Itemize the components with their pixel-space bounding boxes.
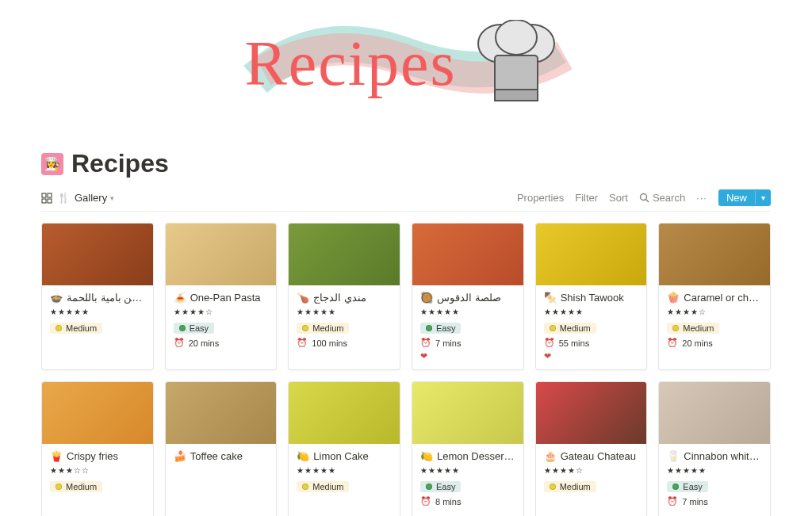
- search-icon: [639, 193, 649, 203]
- difficulty-badge: Medium: [544, 481, 596, 492]
- properties-button[interactable]: Properties: [517, 192, 564, 204]
- recipe-emoji-icon: 🍟: [50, 450, 63, 462]
- recipe-title: Shish Tawook: [561, 292, 624, 304]
- time-row: ⏰55 mins: [544, 338, 639, 348]
- difficulty-badge: Medium: [297, 481, 349, 492]
- recipe-thumbnail: [289, 382, 400, 444]
- recipe-title: One-Pan Pasta: [190, 292, 261, 304]
- recipe-emoji-icon: 🍢: [544, 292, 557, 304]
- time-value: 55 mins: [559, 338, 590, 348]
- time-row: ⏰20 mins: [174, 338, 269, 348]
- favorite-heart-icon: ❤: [544, 351, 639, 361]
- card-body: 🥘صلصة الدقوس★★★★★Easy⏰7 mins❤: [412, 285, 523, 369]
- recipe-title: مندي الدجاج: [313, 292, 366, 304]
- recipe-card[interactable]: 🍲طاجن بامية باللحمة★★★★★Medium: [41, 223, 154, 370]
- view-emoji-icon: 🍴: [57, 192, 70, 204]
- recipe-card[interactable]: 🍢Shish Tawook★★★★★Medium⏰55 mins❤: [535, 223, 648, 370]
- difficulty-badge: Medium: [50, 323, 102, 334]
- difficulty-label: Medium: [560, 323, 591, 333]
- svg-rect-5: [42, 193, 46, 197]
- clock-icon: ⏰: [544, 338, 555, 348]
- recipe-card[interactable]: 🍋Lemon Dessert Sauce★★★★★Easy⏰8 mins: [412, 381, 524, 516]
- page-icon[interactable]: 👩‍🍳: [41, 153, 63, 175]
- difficulty-label: Medium: [683, 323, 714, 333]
- recipe-thumbnail: [412, 224, 523, 285]
- recipe-title: صلصة الدقوس: [437, 292, 501, 304]
- recipe-emoji-icon: 🍲: [50, 292, 63, 304]
- hero-title: Recipes: [244, 28, 456, 100]
- clock-icon: ⏰: [667, 496, 678, 506]
- svg-rect-8: [48, 199, 52, 203]
- difficulty-label: Medium: [560, 482, 591, 491]
- difficulty-label: Medium: [312, 323, 343, 333]
- more-button[interactable]: ···: [696, 192, 707, 204]
- gallery-layout-icon: [41, 193, 52, 204]
- recipe-thumbnail: [536, 382, 647, 444]
- rating-stars: ★★★★☆: [174, 308, 269, 316]
- card-body: 🍢Shish Tawook★★★★★Medium⏰55 mins❤: [536, 285, 647, 369]
- difficulty-dot-icon: [672, 325, 679, 331]
- rating-stars: ★★★★★: [297, 308, 392, 316]
- recipe-card[interactable]: 🍰Toffee cake: [165, 381, 278, 516]
- recipe-thumbnail: [42, 382, 153, 444]
- time-row: ⏰20 mins: [667, 338, 762, 348]
- recipe-card[interactable]: 🍗مندي الدجاج★★★★★Medium⏰100 mins: [288, 223, 400, 370]
- new-button-main[interactable]: New: [718, 189, 755, 206]
- recipe-emoji-icon: 🍋: [297, 450, 309, 462]
- view-selector[interactable]: Gallery ▾: [75, 192, 114, 204]
- svg-line-10: [645, 200, 649, 203]
- difficulty-badge: Medium: [50, 481, 102, 492]
- time-value: 100 mins: [312, 338, 347, 348]
- recipe-emoji-icon: 🥛: [667, 450, 680, 462]
- difficulty-badge: Medium: [297, 323, 349, 334]
- recipe-card[interactable]: 🍝One-Pan Pasta★★★★☆Easy⏰20 mins: [165, 223, 278, 370]
- difficulty-dot-icon: [550, 484, 556, 490]
- recipe-card[interactable]: 🍋Limon Cake★★★★★Medium: [288, 381, 400, 516]
- svg-rect-4: [495, 90, 538, 101]
- recipe-thumbnail: [166, 382, 277, 444]
- svg-rect-7: [42, 199, 46, 203]
- difficulty-label: Medium: [66, 323, 97, 333]
- recipe-thumbnail: [166, 224, 277, 285]
- rating-stars: ★★★★☆: [544, 466, 639, 475]
- recipe-title-row: 🍋Lemon Dessert Sauce: [420, 450, 515, 462]
- recipe-card[interactable]: 🎂Gateau Chateau★★★★☆Medium: [535, 381, 648, 516]
- recipe-title-row: 🍗مندي الدجاج: [297, 292, 392, 304]
- page-heading: 👩‍🍳 Recipes: [41, 149, 771, 178]
- time-value: 20 mins: [682, 338, 713, 348]
- recipe-title: Caramel or cheese p…: [684, 292, 762, 304]
- recipe-title: Cinnabon white sauce: [684, 450, 762, 462]
- chevron-down-icon: ▾: [110, 194, 114, 202]
- recipe-title: Crispy fries: [67, 450, 118, 462]
- difficulty-dot-icon: [56, 484, 62, 490]
- filter-button[interactable]: Filter: [575, 192, 598, 204]
- card-body: 🍝One-Pan Pasta★★★★☆Easy⏰20 mins: [166, 285, 277, 359]
- search-label: Search: [653, 192, 685, 204]
- difficulty-dot-icon: [56, 325, 62, 331]
- difficulty-dot-icon: [426, 484, 432, 490]
- clock-icon: ⏰: [667, 338, 678, 348]
- recipe-emoji-icon: 🍝: [174, 292, 186, 304]
- recipe-card[interactable]: 🍟Crispy fries★★★☆☆Medium: [41, 381, 154, 516]
- rating-stars: ★★★★★: [297, 466, 392, 475]
- search-button[interactable]: Search: [639, 192, 685, 204]
- difficulty-label: Easy: [436, 482, 455, 491]
- new-button-dropdown[interactable]: ▾: [755, 191, 771, 204]
- card-body: 🍗مندي الدجاج★★★★★Medium⏰100 mins: [289, 285, 400, 359]
- recipe-emoji-icon: 🍗: [297, 292, 309, 304]
- recipe-emoji-icon: 🎂: [544, 450, 557, 462]
- recipe-title-row: 🥛Cinnabon white sauce: [667, 450, 762, 462]
- sort-button[interactable]: Sort: [609, 192, 628, 204]
- recipe-emoji-icon: 🥘: [420, 292, 433, 304]
- clock-icon: ⏰: [420, 496, 431, 506]
- gallery-grid: 🍲طاجن بامية باللحمة★★★★★Medium🍝One-Pan P…: [41, 223, 771, 516]
- recipe-title: Lemon Dessert Sauce: [437, 450, 515, 462]
- recipe-card[interactable]: 🍿Caramel or cheese p…★★★★☆Medium⏰20 mins: [658, 223, 771, 370]
- recipe-title: Toffee cake: [190, 450, 243, 462]
- recipe-card[interactable]: 🥛Cinnabon white sauce★★★★★Easy⏰7 mins: [658, 381, 771, 516]
- rating-stars: ★★★★★: [50, 308, 145, 316]
- recipe-card[interactable]: 🥘صلصة الدقوس★★★★★Easy⏰7 mins❤: [412, 223, 524, 370]
- card-body: 🍲طاجن بامية باللحمة★★★★★Medium: [42, 285, 153, 346]
- database-toolbar: 🍴 Gallery ▾ Properties Filter Sort Searc…: [41, 189, 771, 212]
- card-body: 🎂Gateau Chateau★★★★☆Medium: [536, 444, 647, 504]
